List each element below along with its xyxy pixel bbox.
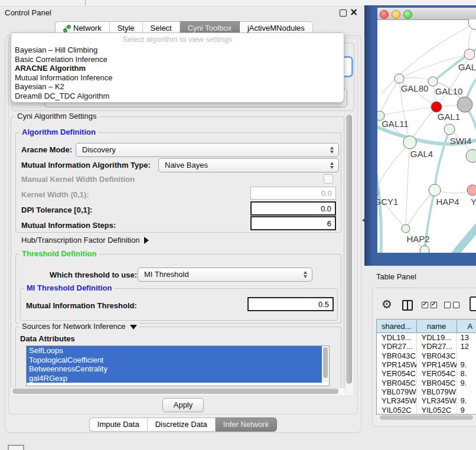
mi-type-value: Naive Bayes	[165, 161, 208, 169]
column-header-clipped[interactable]: A	[457, 319, 476, 333]
mi-steps-input[interactable]	[250, 216, 336, 230]
kernel-width-input[interactable]	[250, 187, 336, 200]
close-panel-icon[interactable]: ×	[350, 5, 358, 18]
menu-item-bayesian-hill-climbing[interactable]: Bayesian – Hill Climbing	[11, 45, 344, 55]
scrollbar-thumb[interactable]	[380, 415, 473, 420]
hub-definition-toggle[interactable]: Hub/Transcription Factor Definition	[21, 236, 149, 244]
tab-impute-data[interactable]: Impute Data	[89, 418, 148, 432]
menu-item-mutual-information-inference[interactable]: Mutual Information Inference	[11, 73, 344, 83]
settings-vertical-scrollbar[interactable]	[345, 113, 354, 396]
apply-row: Apply	[5, 398, 361, 412]
table-row[interactable]: YDL19...YDL19...13	[377, 333, 476, 343]
table-row[interactable]: YPR145WYPR145W9.	[377, 360, 476, 369]
menu-item-bayesian-k2[interactable]: Bayesian – K2	[11, 82, 344, 92]
network-edge[interactable]	[377, 142, 410, 193]
export-table-icon[interactable]	[470, 296, 476, 311]
list-item-selfloops[interactable]: SelfLoops	[27, 346, 322, 356]
tab-select-label: Select	[151, 24, 172, 32]
apply-button[interactable]: Apply	[162, 398, 204, 412]
network-node-gal10[interactable]	[428, 77, 438, 86]
network-edge[interactable]	[435, 129, 449, 190]
table-cell: YDL19...	[377, 333, 416, 343]
table-cell: YBR045C	[416, 378, 457, 387]
aracne-mode-label: Aracne Mode:	[21, 145, 72, 154]
network-edge[interactable]	[406, 142, 410, 229]
network-edge[interactable]	[380, 79, 399, 116]
zoom-traffic-light[interactable]	[403, 10, 412, 19]
expanded-arrow-icon[interactable]	[130, 325, 137, 330]
tab-discretize-data[interactable]: Discretize Data	[148, 418, 216, 432]
minimized-panel-icon[interactable]	[8, 445, 24, 450]
menu-item-dream8-dc-tdc[interactable]: Dream8 DC_TDC Algorithm	[11, 92, 344, 101]
table-row[interactable]: YBR043CYBR043C	[377, 351, 476, 360]
network-node[interactable]	[466, 149, 476, 162]
menu-item-aracne-algorithm[interactable]: ARACNE Algorithm	[11, 64, 344, 73]
menu-item-basic-correlation-inference[interactable]: Basic Correlation Inference	[11, 55, 344, 64]
settings-horizontal-scrollbar[interactable]	[10, 387, 345, 396]
network-node-y[interactable]	[467, 185, 476, 195]
network-node-label: GAL4	[410, 149, 433, 159]
table-row[interactable]: YBR045CYBR045C9.	[377, 378, 476, 387]
network-edge[interactable]	[377, 161, 382, 253]
scrollbar-thumb[interactable]	[12, 389, 338, 394]
dpi-tolerance-input[interactable]	[250, 201, 336, 216]
table-cell: YLR345W	[416, 396, 457, 405]
scrollbar-thumb[interactable]	[346, 115, 352, 384]
list-item-betweennesscentrality[interactable]: BetweennessCentrality	[27, 364, 322, 374]
network-node-hap4[interactable]	[429, 184, 441, 196]
network-node-gal1[interactable]	[431, 102, 442, 112]
manual-kernel-checkbox[interactable]	[324, 174, 333, 184]
network-node[interactable]	[457, 97, 472, 112]
table-horizontal-scrollbar[interactable]	[379, 415, 476, 421]
network-node[interactable]	[468, 19, 476, 30]
float-panel-icon[interactable]	[340, 9, 347, 17]
network-node-swi4[interactable]	[444, 124, 455, 135]
table-cell: 13	[457, 333, 476, 343]
mi-type-combo[interactable]: Naive Bayes	[158, 158, 339, 172]
table-header-row[interactable]: shared... name A	[377, 319, 476, 333]
table-row[interactable]: YDR27...YDR27...12	[377, 342, 476, 351]
network-edge[interactable]	[380, 107, 436, 116]
table-cell: YBR045C	[377, 378, 416, 387]
table-cell: YLR345W	[377, 396, 416, 405]
network-node-hap2[interactable]	[402, 224, 410, 233]
network-node-gal80[interactable]	[395, 74, 404, 83]
table-row[interactable]: YER054CYER054C8.	[377, 369, 476, 378]
table-cell	[457, 351, 476, 360]
sources-title: Sources for Network Inference	[19, 322, 139, 331]
network-node[interactable]	[420, 246, 429, 253]
table-row[interactable]: YLR345WYLR345W9.	[377, 396, 476, 405]
network-node-label: HAP4	[436, 197, 459, 207]
minimize-traffic-light[interactable]	[392, 10, 400, 19]
select-all-columns-icon[interactable]	[422, 302, 437, 308]
deselect-all-columns-icon[interactable]	[444, 302, 459, 308]
column-header-name[interactable]: name	[416, 319, 457, 333]
list-item-topologicalcoefficient[interactable]: TopologicalCoefficient	[27, 356, 322, 365]
network-view-frame: GALGAL80GAL10GAL1GAL11SWI4GAL4GCY1HAP4YH…	[364, 5, 476, 266]
network-edge[interactable]	[444, 227, 476, 253]
network-node-gal[interactable]	[464, 49, 475, 60]
table-row[interactable]: YIL052CYIL052C9	[377, 405, 476, 414]
network-node-label: GAL80	[401, 83, 429, 93]
network-node-gal4[interactable]	[403, 136, 416, 149]
stepper-icon	[304, 271, 308, 278]
which-threshold-combo[interactable]: MI Threshold	[138, 268, 312, 282]
attributes-scrollbar[interactable]	[322, 347, 328, 382]
hub-definition-label: Hub/Transcription Factor Definition	[21, 236, 139, 244]
column-layout-icon[interactable]	[402, 300, 413, 311]
gear-icon[interactable]: ⚙	[382, 297, 392, 311]
table-cell: YBL079W	[377, 387, 416, 396]
network-window: GALGAL80GAL10GAL1GAL11SWI4GAL4GCY1HAP4YH…	[377, 8, 476, 253]
list-item-gal4rgexp[interactable]: gal4RGexp	[27, 374, 322, 383]
mi-threshold-input[interactable]	[247, 297, 334, 311]
collapsed-arrow-icon	[144, 237, 149, 244]
algorithm-dropdown-placeholder: Select algorithm to view settings	[11, 33, 344, 45]
control-panel-title: Control Panel	[5, 6, 51, 19]
network-window-titlebar[interactable]	[377, 8, 476, 20]
tab-infer-network[interactable]: Infer Network	[216, 418, 277, 432]
network-canvas[interactable]: GALGAL80GAL10GAL1GAL11SWI4GAL4GCY1HAP4YH…	[377, 19, 476, 253]
close-traffic-light[interactable]	[380, 10, 389, 19]
table-row[interactable]: YBL079WYBL079W	[377, 387, 476, 396]
aracne-mode-combo[interactable]: Discovery	[76, 143, 339, 157]
column-header-shared-name[interactable]: shared...	[377, 319, 416, 333]
